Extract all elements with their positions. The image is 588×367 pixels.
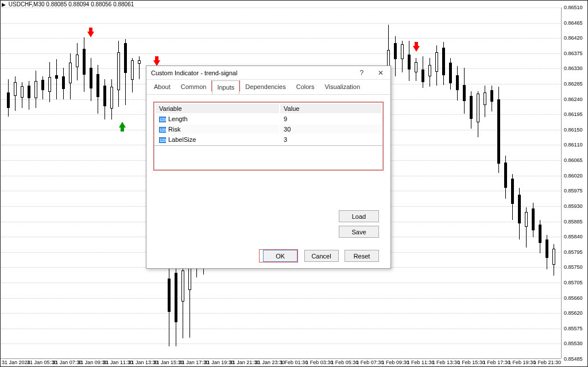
var-name: LabelSize <box>168 136 196 143</box>
col-variable: Variable <box>159 105 182 112</box>
signal-arrow-down-icon <box>413 46 420 52</box>
tab-dependencies[interactable]: Dependencies <box>240 80 291 93</box>
custom-indicator-dialog: Custom Indicator - trend-signal ? ✕ Abou… <box>146 65 391 269</box>
y-tick: 0.85660 <box>564 295 583 301</box>
tab-inputs[interactable]: Inputs <box>212 80 239 94</box>
gridline <box>1 23 560 24</box>
y-tick: 0.86285 <box>564 81 583 87</box>
play-icon: ▶ <box>2 2 6 7</box>
y-tick: 0.86150 <box>564 127 583 133</box>
y-tick: 0.85750 <box>564 264 583 270</box>
close-icon[interactable]: ✕ <box>372 67 389 79</box>
save-button[interactable]: Save <box>339 226 379 238</box>
y-tick: 0.86065 <box>564 157 583 163</box>
input-row[interactable]: 123Length9 <box>156 114 381 123</box>
x-axis: 31 Jan 202431 Jan 05:3031 Jan 07:3031 Ja… <box>1 358 561 366</box>
cancel-button[interactable]: Cancel <box>304 250 339 262</box>
x-tick: 1 Feb 07:30 <box>356 360 384 365</box>
x-tick: 1 Feb 17:30 <box>483 360 510 365</box>
gridline <box>1 7 560 8</box>
ok-button[interactable]: OK <box>263 250 297 262</box>
tab-visualization[interactable]: Visualization <box>319 80 365 93</box>
y-tick: 0.85840 <box>564 234 583 239</box>
var-name: Length <box>168 115 188 122</box>
y-tick: 0.86330 <box>564 65 583 71</box>
inputs-highlight-box: Variable Value 123Length9123Risk30123Lab… <box>153 102 384 171</box>
x-tick: 1 Feb 13:30 <box>432 360 460 365</box>
gridline <box>1 283 560 283</box>
y-tick: 0.86195 <box>564 111 583 117</box>
ok-highlight-box: OK <box>259 249 298 262</box>
gridline <box>1 38 560 38</box>
y-tick: 0.85885 <box>564 219 583 225</box>
numeric-icon: 123 <box>159 137 166 143</box>
y-tick: 0.85975 <box>564 188 583 194</box>
x-tick: 1 Feb 19:30 <box>508 360 536 365</box>
input-row[interactable]: 123Risk30 <box>156 125 381 134</box>
dialog-title-text: Custom Indicator - trend-signal <box>151 69 237 76</box>
x-tick: 1 Feb 21:30 <box>533 360 561 365</box>
tab-colors[interactable]: Colors <box>291 80 320 93</box>
y-tick: 0.85705 <box>564 280 583 285</box>
col-value: Value <box>284 105 299 112</box>
y-tick: 0.85620 <box>564 310 583 316</box>
var-name: Risk <box>168 126 180 133</box>
gridline <box>1 329 560 329</box>
y-tick: 0.85575 <box>564 326 583 331</box>
y-tick: 0.85530 <box>564 341 583 346</box>
x-tick: 1 Feb 05:30 <box>331 360 358 365</box>
numeric-icon: 123 <box>159 127 166 133</box>
input-row[interactable]: 123LabelSize3 <box>156 135 381 144</box>
y-axis: 0.865100.864650.864200.863750.863300.862… <box>561 7 587 358</box>
gridline <box>1 343 560 344</box>
x-tick: 1 Feb 11:30 <box>407 360 435 365</box>
symbol-text: USDCHF,M30 0.88085 0.88094 0.88056 0.880… <box>9 1 134 7</box>
reset-button[interactable]: Reset <box>345 250 379 262</box>
inputs-grid[interactable]: Variable Value 123Length9123Risk30123Lab… <box>154 102 383 146</box>
dialog-titlebar[interactable]: Custom Indicator - trend-signal ? ✕ <box>146 66 390 80</box>
y-tick: 0.85930 <box>564 203 583 209</box>
tab-common[interactable]: Common <box>176 80 212 93</box>
y-tick: 0.86240 <box>564 96 583 102</box>
y-tick: 0.86420 <box>564 35 583 41</box>
var-value[interactable]: 3 <box>280 135 381 144</box>
gridline <box>1 313 560 314</box>
x-tick: 1 Feb 09:30 <box>381 360 409 365</box>
y-tick: 0.86465 <box>564 20 583 26</box>
x-tick: 31 Jan 2024 <box>2 360 30 365</box>
x-tick: 1 Feb 01:30 <box>280 360 308 365</box>
var-value[interactable]: 9 <box>280 114 381 123</box>
gridline <box>1 298 560 299</box>
y-tick: 0.86510 <box>564 5 583 10</box>
y-tick: 0.86110 <box>564 142 583 148</box>
x-tick: 1 Feb 03:30 <box>305 360 333 365</box>
tab-about[interactable]: About <box>149 80 176 93</box>
var-value[interactable]: 30 <box>280 125 381 134</box>
tab-bar: AboutCommonInputsDependenciesColorsVisua… <box>146 80 390 95</box>
signal-arrow-down-icon <box>87 32 94 37</box>
numeric-icon: 123 <box>159 117 166 122</box>
x-tick: 1 Feb 15:30 <box>458 360 485 365</box>
y-tick: 0.86375 <box>564 51 583 56</box>
y-tick: 0.86020 <box>564 173 583 179</box>
load-button[interactable]: Load <box>339 210 379 222</box>
y-tick: 0.85795 <box>564 249 583 255</box>
help-button[interactable]: ? <box>353 67 370 79</box>
symbol-line: ▶ USDCHF,M30 0.88085 0.88094 0.88056 0.8… <box>2 1 134 7</box>
y-tick: 0.85485 <box>564 356 583 362</box>
signal-arrow-up-icon <box>119 122 126 128</box>
inputs-tab-highlight: Inputs <box>211 80 240 91</box>
